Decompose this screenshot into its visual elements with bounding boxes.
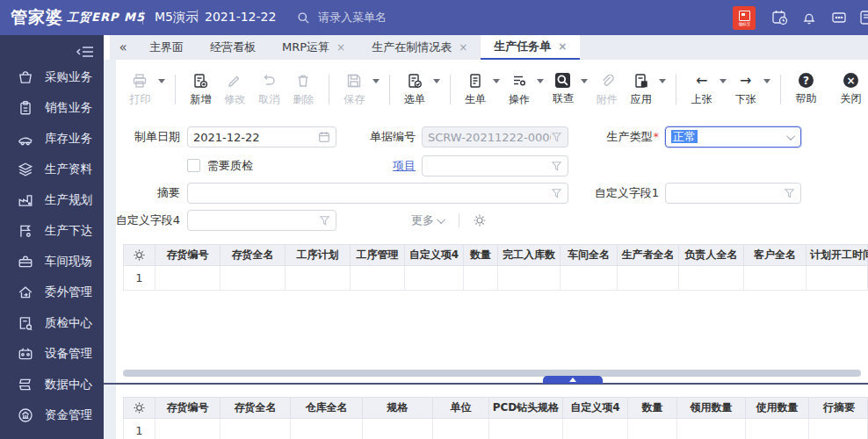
sidebar-item-inventory[interactable]: 库存业务 <box>0 123 104 154</box>
grid-settings-gear-icon[interactable] <box>124 398 156 418</box>
tab-wip-report[interactable]: 生产在制情况表 × <box>358 35 481 60</box>
close-tab-icon[interactable]: × <box>558 40 567 53</box>
note-icon[interactable] <box>859 0 868 35</box>
column-header[interactable]: 存货全名 <box>221 245 286 265</box>
production-type-select[interactable]: 正常 <box>665 126 801 148</box>
sidebar-item-finance[interactable]: 资金管理 <box>0 399 104 430</box>
filter-icon[interactable] <box>551 161 562 172</box>
tab-home[interactable]: 主界面 <box>136 35 197 60</box>
next-record-button[interactable]: → 下张 <box>728 73 763 107</box>
sidebar-item-outsourcing[interactable]: 委外管理 <box>0 277 104 307</box>
message-icon[interactable] <box>831 0 847 35</box>
table-cell[interactable] <box>561 266 618 290</box>
dropdown-caret-icon[interactable] <box>659 79 666 83</box>
close-tab-icon[interactable]: × <box>336 41 345 54</box>
table-cell[interactable] <box>618 266 679 290</box>
column-header[interactable]: 数量 <box>464 245 498 265</box>
sidebar-item-equipment[interactable]: 设备管理 <box>0 338 104 369</box>
column-header[interactable]: 仓库全名 <box>291 398 363 418</box>
qc-required-checkbox[interactable] <box>187 159 200 172</box>
table-cell[interactable] <box>563 419 628 439</box>
table-cell[interactable] <box>221 419 291 439</box>
dropdown-caret-icon[interactable] <box>158 79 165 83</box>
table-row[interactable]: 1 <box>123 419 868 439</box>
table-cell[interactable] <box>351 266 405 290</box>
table-cell[interactable] <box>291 419 363 439</box>
filter-icon[interactable] <box>551 188 562 199</box>
bell-icon[interactable] <box>801 0 817 35</box>
dropdown-caret-icon[interactable] <box>493 79 500 83</box>
save-button[interactable]: 保存 <box>337 73 372 107</box>
dropdown-caret-icon[interactable] <box>433 79 440 83</box>
table-cell[interactable] <box>156 419 221 439</box>
sidebar-item-purchase[interactable]: 采购业务 <box>0 61 104 92</box>
column-header[interactable]: 单位 <box>433 398 489 418</box>
tab-production-task[interactable]: 生产任务单 × <box>481 35 580 60</box>
column-header[interactable]: 生产者全名 <box>618 245 679 265</box>
table-cell[interactable] <box>628 419 677 439</box>
sidebar-item-production-dispatch[interactable]: 生产下达 <box>0 215 104 246</box>
collapse-menu-icon[interactable] <box>76 44 95 60</box>
column-header[interactable]: 负责人全名 <box>679 245 744 265</box>
select-order-button[interactable]: 选单 <box>398 73 432 107</box>
custom-field4-input[interactable] <box>187 210 336 231</box>
apply-button[interactable]: 应用 <box>624 73 658 107</box>
table-cell[interactable] <box>433 419 489 439</box>
form-settings-gear-icon[interactable] <box>473 213 487 227</box>
table-cell[interactable] <box>809 419 868 439</box>
dropdown-caret-icon[interactable] <box>581 79 588 83</box>
tab-scroll-left-icon[interactable]: « <box>110 35 136 60</box>
column-header[interactable]: 计划开工时间 <box>807 245 868 265</box>
generate-order-button[interactable]: 生单 <box>458 73 492 107</box>
project-link[interactable]: 项目 <box>350 155 416 176</box>
dropdown-caret-icon[interactable] <box>720 79 727 83</box>
calendar-icon[interactable] <box>318 131 330 143</box>
filter-icon[interactable] <box>784 188 795 199</box>
table-cell[interactable] <box>489 419 563 439</box>
table-cell[interactable] <box>679 266 744 290</box>
column-header[interactable]: 存货全名 <box>221 398 291 418</box>
table-cell[interactable] <box>746 419 809 439</box>
column-header[interactable]: PCD钻头规格 <box>489 398 563 418</box>
splitter-line[interactable] <box>104 383 868 385</box>
column-header[interactable]: 自定义项4 <box>405 245 464 265</box>
dropdown-caret-icon[interactable] <box>537 79 544 83</box>
dropdown-caret-icon[interactable] <box>373 79 380 83</box>
sidebar-item-production-data[interactable]: 生产资料 <box>0 154 104 184</box>
more-fields-toggle[interactable]: 更多 <box>411 212 487 228</box>
operations-button[interactable]: 操作 <box>502 73 536 107</box>
horizontal-scrollbar[interactable] <box>123 370 861 377</box>
column-header[interactable]: 客户全名 <box>744 245 807 265</box>
sidebar-item-sales[interactable]: 销售业务 <box>0 92 104 123</box>
column-header[interactable]: 存货编号 <box>156 398 221 418</box>
close-tab-icon[interactable]: × <box>459 41 467 54</box>
column-header[interactable]: 存货编号 <box>156 245 221 265</box>
table-cell[interactable] <box>405 266 464 290</box>
table-cell[interactable] <box>286 266 351 290</box>
edit-button[interactable]: 修改 <box>218 73 252 107</box>
project-input[interactable] <box>422 155 568 176</box>
wulianbao-badge-icon[interactable]: 物联宝 <box>733 6 756 30</box>
filter-icon[interactable] <box>319 215 330 227</box>
attachment-button[interactable]: 附件 <box>590 73 624 107</box>
column-header[interactable]: 数量 <box>628 398 677 418</box>
column-header[interactable]: 工序管理 <box>351 245 405 265</box>
column-header[interactable]: 行摘要 <box>809 398 868 418</box>
link-query-button[interactable]: 联查 <box>546 73 580 106</box>
column-header[interactable]: 完工入库数 <box>498 245 561 265</box>
table-cell[interactable] <box>498 266 561 290</box>
table-cell[interactable] <box>363 419 433 439</box>
filter-icon[interactable] <box>551 132 562 143</box>
column-header[interactable]: 使用数量 <box>746 398 809 418</box>
sidebar-item-production-planning[interactable]: 生产规划 <box>0 184 104 215</box>
table-cell[interactable] <box>744 266 807 290</box>
table-cell[interactable] <box>807 266 868 290</box>
table-cell[interactable] <box>221 266 286 290</box>
print-button[interactable]: 打印 <box>123 73 157 107</box>
help-button[interactable]: ? 帮助 <box>789 73 823 106</box>
menu-search-input[interactable]: 请录入菜单名 <box>297 0 387 35</box>
previous-record-button[interactable]: ← 上张 <box>684 73 719 107</box>
column-header[interactable]: 车间全名 <box>561 245 618 265</box>
column-header[interactable]: 工序计划 <box>286 245 351 265</box>
dropdown-caret-icon[interactable] <box>763 79 770 83</box>
